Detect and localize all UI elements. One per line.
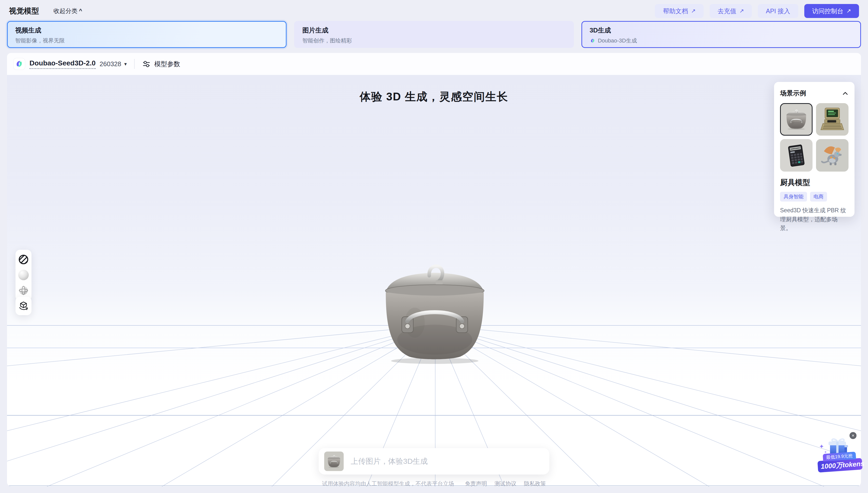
viewport-headline: 体验 3D 生成，灵感空间生长 [7, 89, 861, 104]
tag-ecommerce: 电商 [810, 192, 827, 201]
textured-view-icon[interactable] [18, 254, 29, 265]
doubao-logo-icon [14, 58, 25, 70]
example-thumbnails [780, 103, 848, 172]
wireframe-view-icon[interactable] [18, 285, 29, 296]
doubao-logo-icon [590, 38, 596, 44]
page-title: 视觉模型 [9, 6, 39, 16]
api-access-button[interactable]: API 接入 [758, 4, 798, 18]
promo-badge[interactable]: × ✦ ✦ 最低19.9元抢 1000万tokens [818, 432, 862, 472]
clay-view-icon[interactable] [18, 270, 29, 280]
console-button[interactable]: 访问控制台 ↗ [804, 4, 859, 18]
external-link-icon: ↗ [739, 8, 744, 14]
tab-video-generation[interactable]: 视频生成 智能影像，视界无限 [7, 21, 287, 48]
viewport-footer: 试用体验内容均由人工智能模型生成，不代表平台立场 免责声明 测试协议 隐私政策 [7, 480, 861, 487]
close-icon[interactable]: × [849, 432, 856, 439]
3d-viewport[interactable]: 体验 3D 生成，灵感空间生长 上传图片，体验3D生成 [7, 75, 861, 487]
model-params-button[interactable]: 模型参数 [142, 60, 180, 68]
external-link-icon: ↗ [691, 8, 695, 14]
promo-ribbon: 最低19.9元抢 1000万tokens [817, 451, 863, 473]
3d-model-pot[interactable] [377, 260, 492, 365]
privacy-policy-link[interactable]: 隐私政策 [524, 480, 546, 487]
collapse-categories-toggle[interactable]: 收起分类 ^ [54, 7, 82, 15]
upload-image-bar[interactable]: 上传图片，体验3D生成 [319, 448, 549, 474]
tag-embodied-ai: 具身智能 [780, 192, 807, 201]
chevron-up-icon[interactable] [842, 90, 848, 97]
panel-title: 场景示例 [780, 89, 806, 98]
collapse-label: 收起分类 [54, 7, 78, 15]
header-actions: 帮助文档 ↗ 去充值 ↗ API 接入 访问控制台 ↗ [655, 4, 859, 18]
rotate-cube-icon[interactable] [18, 300, 29, 312]
divider [134, 59, 135, 69]
category-tabs: 视频生成 智能影像，视界无限 图片生成 智能创作，图绘精彩 3D生成 Douba… [7, 21, 861, 48]
model-version: 260328 [100, 60, 122, 68]
thumbnail-mech-dragon[interactable] [816, 139, 848, 172]
external-link-icon: ↗ [847, 8, 851, 14]
caret-up-icon: ^ [79, 8, 82, 14]
thumbnail-retro-computer[interactable] [816, 103, 848, 136]
upload-thumbnail-pot [324, 452, 344, 471]
rotate-toolbar [16, 297, 31, 315]
model-bar: Doubao-Seed3D-2.0 260328 ▾ 模型参数 [7, 53, 861, 75]
disclaimer-link[interactable]: 免责声明 [465, 480, 487, 487]
recharge-button[interactable]: 去充值 ↗ [710, 4, 752, 18]
example-description: Seed3D 快速生成 PBR 纹理厨具模型，适配多场景。 [780, 206, 848, 233]
tab-3d-generation[interactable]: 3D生成 Doubao-3D生成 [581, 21, 861, 48]
thumbnail-calculator[interactable] [780, 139, 812, 172]
model-selector[interactable]: Doubao-Seed3D-2.0 [29, 59, 96, 69]
example-tags: 具身智能 电商 [780, 192, 848, 201]
top-bar: 视觉模型 收起分类 ^ 帮助文档 ↗ 去充值 ↗ API 接入 访问控制台 ↗ [0, 0, 868, 22]
test-agreement-link[interactable]: 测试协议 [494, 480, 516, 487]
help-docs-button[interactable]: 帮助文档 ↗ [655, 4, 703, 18]
selected-example-title: 厨具模型 [780, 177, 848, 188]
sliders-icon [142, 60, 151, 68]
render-mode-toolbar [16, 250, 31, 301]
sparkle-icon: ✦ [819, 443, 824, 450]
upload-placeholder: 上传图片，体验3D生成 [351, 456, 428, 467]
disclaimer-text: 试用体验内容均由人工智能模型生成，不代表平台立场 [322, 480, 454, 487]
chevron-down-icon[interactable]: ▾ [124, 61, 127, 67]
thumbnail-pot[interactable] [780, 103, 812, 136]
scene-examples-panel: 场景示例 厨具模型 具身智能 电商 Seed3D 快速生成 PBR 纹理厨具模型… [774, 82, 854, 217]
tab-image-generation[interactable]: 图片生成 智能创作，图绘精彩 [294, 21, 574, 48]
